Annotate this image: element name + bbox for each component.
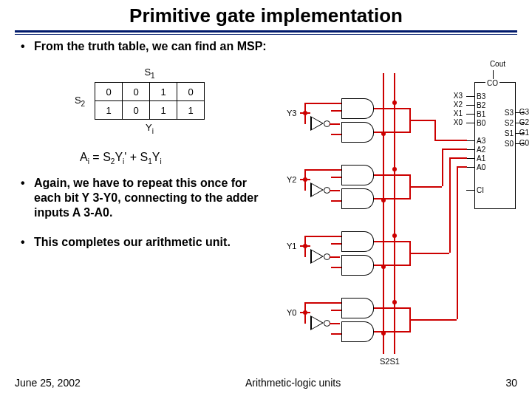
eq-y2-sub: i (160, 157, 161, 166)
bullet-1: • From the truth table, we can find an M… (0, 35, 532, 54)
logic-block-y1: Y1 (287, 228, 434, 280)
and-gate-bot-icon (341, 255, 374, 274)
pin-s0: S0 (505, 140, 514, 148)
pin-s2: S2 (505, 119, 514, 127)
pin-a2: A2 (477, 146, 485, 154)
not-gate-icon (310, 249, 324, 264)
kmap-left-sub: 2 (81, 99, 86, 107)
ext-x0: X0 (454, 118, 463, 126)
and-gate-top-icon (341, 165, 374, 184)
kmap-cell-11: 0 (123, 101, 150, 120)
kmap-cell-13: 1 (177, 101, 205, 120)
not-gate-icon (310, 116, 324, 131)
pin-ci: CI (477, 186, 484, 194)
ext-x3: X3 (454, 92, 463, 100)
kmap-cell-01: 0 (123, 83, 150, 101)
y-label-2: Y1 (287, 242, 296, 250)
eq-plus: + S (126, 151, 148, 163)
pin-b3: B3 (477, 92, 485, 100)
kmap-top-sub: 1 (151, 72, 155, 80)
logic-block-y3: Y3 (287, 95, 434, 147)
slide-title: Primitive gate implementation (0, 4, 532, 27)
kmap-cell-12: 1 (150, 101, 177, 120)
pin-b2: B2 (477, 101, 485, 109)
y-label-1: Y2 (287, 175, 296, 184)
y-label-3: Y0 (287, 308, 296, 317)
kmap-bottom-label: Y (146, 122, 152, 133)
pin-b1: B1 (477, 110, 485, 118)
pin-b0: B0 (477, 119, 485, 127)
ext-g0: G0 (519, 139, 529, 147)
kmap-cell-02: 1 (150, 83, 177, 101)
eq-eq: = S (89, 151, 111, 163)
y-label-0: Y3 (287, 109, 296, 117)
and-gate-bot-icon (341, 122, 374, 141)
kmap-cell-00: 0 (95, 83, 123, 101)
adder-chip: CO B3B2B1B0A3A2A1A0CIS3S2S1S0 (474, 82, 516, 209)
and-gate-top-icon (341, 98, 374, 117)
pin-s3: S3 (505, 109, 514, 117)
and-gate-top-icon (341, 231, 374, 250)
kmap-cell-10: 1 (95, 101, 123, 120)
eq-y1: Y (115, 151, 123, 163)
footer-center: Arithmetic-logic units (245, 377, 341, 389)
eq-a: A (80, 151, 88, 163)
s2s1-label: S2S1 (380, 357, 400, 366)
circuit-diagram: Cout CO B3B2B1B0A3A2A1A0CIS3S2S1S0 S2S1 … (287, 73, 516, 369)
bullet-2-text: Again, we have to repeat this once for e… (34, 176, 270, 220)
bullet-3-text: This completes our arithmetic unit. (34, 235, 231, 250)
bullet-dot: • (21, 39, 34, 54)
bullet-dot: • (21, 235, 34, 250)
and-gate-top-icon (341, 298, 374, 317)
and-gate-bot-icon (341, 188, 374, 208)
footer-page: 30 (505, 377, 517, 389)
cout-label: Cout (490, 60, 505, 68)
ext-g3: G3 (519, 108, 529, 116)
not-gate-icon (310, 183, 324, 197)
pin-a3: A3 (477, 137, 485, 145)
eq-y2: Y (152, 151, 160, 163)
ext-x1: X1 (454, 109, 463, 117)
kmap-cell-03: 0 (177, 83, 205, 101)
bullet-1-text: From the truth table, we can find an MSP… (34, 39, 267, 54)
kmap-left-label: S (75, 95, 81, 106)
bullet-dot: • (21, 176, 34, 220)
logic-block-y0: Y0 (287, 295, 434, 347)
pin-s1: S1 (505, 129, 514, 137)
logic-block-y2: Y2 (287, 162, 434, 214)
ext-g1: G1 (519, 129, 529, 137)
pin-a1: A1 (477, 154, 485, 163)
pin-a0: A0 (477, 163, 485, 171)
ext-x2: X2 (454, 100, 463, 109)
chip-co-label: CO (485, 79, 499, 87)
not-gate-icon (310, 316, 324, 330)
title-rule-thick (15, 30, 517, 33)
footer: June 25, 2002 Arithmetic-logic units 30 (15, 377, 517, 389)
kmap-bottom-sub: i (152, 127, 154, 135)
ext-g2: G2 (519, 118, 529, 126)
and-gate-bot-icon (341, 321, 374, 341)
footer-date: June 25, 2002 (15, 377, 81, 389)
eq-y1-sub: i (123, 157, 124, 166)
kmap-top-label: S (144, 66, 151, 78)
